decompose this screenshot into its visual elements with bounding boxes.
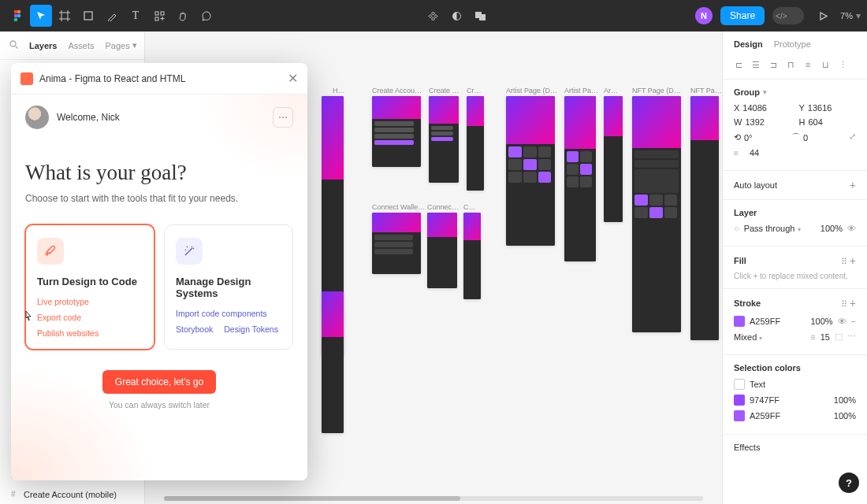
visibility-icon[interactable]: 👁	[847, 224, 856, 233]
plugin-window: Anima - Figma to React and HTML ✕ Welcom…	[11, 63, 307, 480]
figma-menu-icon[interactable]	[6, 5, 28, 27]
x-input[interactable]: 14086	[742, 103, 767, 113]
frame-thumbnail[interactable]	[604, 96, 623, 222]
frame-thumbnail[interactable]	[690, 96, 719, 340]
frame-label: Create Accou…	[372, 87, 427, 94]
hand-tool-icon[interactable]	[172, 5, 194, 27]
frame-tool-icon[interactable]	[54, 5, 76, 27]
cta-button[interactable]: Great choice, let's go	[102, 370, 216, 394]
blend-mode-select[interactable]: Pass through ▾	[744, 224, 816, 233]
radius-input[interactable]: 0	[803, 133, 808, 143]
align-left-icon[interactable]: ⊏	[732, 58, 745, 71]
frame-label: C…	[463, 203, 479, 211]
frame-label: Create …	[429, 87, 460, 94]
card-turn-design-to-code[interactable]: Turn Design to Code Live prototype Expor…	[25, 224, 154, 350]
align-top-icon[interactable]: ⊓	[784, 58, 797, 71]
w-input[interactable]: 1392	[745, 117, 764, 127]
move-tool-icon[interactable]	[30, 5, 52, 27]
frame-thumbnail[interactable]	[463, 213, 481, 299]
color-label-text: Text	[750, 380, 856, 389]
components-icon[interactable]	[422, 5, 444, 27]
tab-assets[interactable]: Assets	[68, 41, 94, 50]
frame-thumbnail[interactable]	[429, 96, 459, 183]
stroke-weight-input[interactable]: 15	[820, 332, 830, 342]
card2-title: Manage Design Systems	[176, 276, 281, 299]
mask-icon[interactable]	[445, 5, 467, 27]
autolayout-label: Auto layout	[734, 180, 777, 190]
welcome-text: Welcome, Nick	[57, 112, 120, 123]
color-swatch-1[interactable]	[734, 395, 745, 406]
shape-tool-icon[interactable]	[77, 5, 99, 27]
align-right-icon[interactable]: ⊐	[767, 58, 780, 71]
top-toolbar: T N Share </> 7% ▾	[0, 0, 867, 32]
frame-thumbnail[interactable]	[427, 213, 457, 288]
card1-title: Turn Design to Code	[37, 276, 143, 287]
color-hex-1[interactable]: 9747FF	[750, 395, 829, 405]
fill-style-icon[interactable]: ⠿	[841, 257, 847, 266]
stroke-visibility-icon[interactable]: 👁	[838, 317, 847, 326]
frame-thumbnail[interactable]	[372, 213, 421, 274]
color-op-1[interactable]: 100%	[834, 395, 856, 405]
pages-dropdown[interactable]: Pages ▾	[106, 40, 137, 50]
constrain-icon[interactable]: ⤢	[849, 132, 856, 143]
align-vcenter-icon[interactable]: ≡	[802, 58, 814, 71]
color-swatch-text[interactable]	[734, 379, 745, 390]
dev-mode-toggle[interactable]: </>	[772, 7, 804, 24]
add-autolayout-button[interactable]: +	[850, 179, 856, 191]
stroke-side-icon[interactable]: ⬚	[835, 332, 843, 342]
add-fill-button[interactable]: +	[850, 254, 856, 267]
close-icon[interactable]: ✕	[288, 71, 298, 86]
add-stroke-button[interactable]: +	[850, 297, 856, 309]
tab-prototype[interactable]: Prototype	[774, 39, 811, 49]
frame-thumbnail[interactable]	[564, 96, 596, 261]
frame-label: Cr…	[467, 87, 484, 94]
present-icon[interactable]	[812, 5, 834, 27]
resources-icon[interactable]	[148, 5, 170, 27]
fill-hint: Click + to replace mixed content.	[734, 272, 856, 280]
text-tool-icon[interactable]: T	[125, 5, 147, 27]
frame-thumbnail[interactable]	[322, 291, 344, 433]
frame-thumbnail[interactable]	[467, 96, 484, 191]
goal-subtitle: Choose to start with the tools that fit …	[25, 193, 293, 204]
svg-point-4	[14, 18, 18, 22]
search-icon[interactable]	[9, 40, 18, 50]
share-button[interactable]: Share	[720, 6, 765, 25]
card-manage-design-systems[interactable]: Manage Design Systems Import code compon…	[164, 224, 293, 350]
boolean-icon[interactable]	[469, 5, 491, 27]
layer-row[interactable]: Create Account (mobile)	[0, 485, 144, 504]
color-op-2[interactable]: 100%	[834, 411, 856, 421]
zoom-level[interactable]: 7%	[840, 11, 853, 20]
pen-tool-icon[interactable]	[101, 5, 123, 27]
align-bottom-icon[interactable]: ⊔	[819, 58, 832, 71]
y-input[interactable]: 13616	[808, 103, 832, 113]
color-hex-2[interactable]: A259FF	[750, 411, 829, 421]
remove-stroke-icon[interactable]: −	[851, 317, 856, 326]
stroke-more-icon[interactable]: ⋯	[847, 332, 856, 342]
frame-thumbnail[interactable]	[632, 96, 681, 332]
stroke-hex[interactable]: A259FF	[750, 317, 806, 326]
distribute-icon[interactable]: ⋮	[836, 58, 849, 71]
color-swatch-2[interactable]	[734, 410, 745, 421]
tab-layers[interactable]: Layers	[29, 41, 57, 50]
comment-tool-icon[interactable]	[195, 5, 218, 27]
stroke-swatch[interactable]	[734, 316, 745, 327]
stroke-style-icon[interactable]: ⠿	[841, 299, 847, 309]
frame-thumbnail[interactable]	[506, 96, 555, 246]
gap-input[interactable]: 44	[750, 148, 856, 158]
plugin-menu-button[interactable]: ⋯	[273, 107, 293, 128]
layer-opacity-input[interactable]: 100%	[820, 224, 843, 233]
canvas-scrollbar[interactable]	[164, 496, 703, 501]
help-button[interactable]: ?	[839, 472, 859, 493]
tab-design[interactable]: Design	[734, 39, 763, 49]
stroke-opacity[interactable]: 100%	[810, 317, 832, 326]
stroke-align-select[interactable]: Mixed ▾	[734, 332, 806, 342]
align-hcenter-icon[interactable]: ☰	[750, 58, 762, 71]
card2-tag: Storybook	[176, 324, 213, 334]
h-input[interactable]: 604	[808, 117, 822, 127]
card1-tag: Live prototype	[37, 297, 89, 306]
fill-heading: Fill	[734, 256, 746, 265]
frame-thumbnail[interactable]	[372, 96, 421, 167]
user-avatar[interactable]: N	[695, 7, 713, 24]
rotation-input[interactable]: 0°	[744, 133, 753, 143]
svg-point-12	[10, 41, 16, 46]
